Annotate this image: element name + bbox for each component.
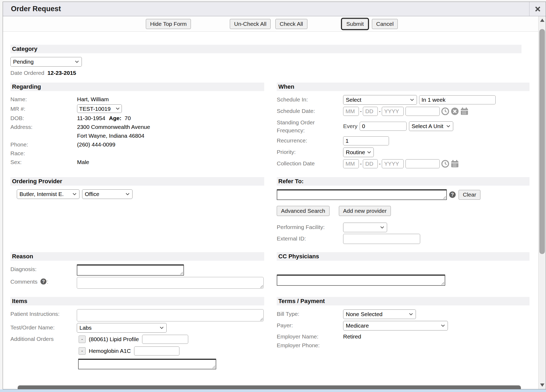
add-new-provider-button[interactable]: Add new provider [339, 206, 391, 216]
collection-date-dd[interactable] [363, 159, 378, 168]
dialog-title: Order Request [3, 5, 61, 13]
cancel-button[interactable]: Cancel [372, 19, 398, 29]
advanced-search-button[interactable]: Advanced Search [277, 206, 330, 216]
cc-physicians-input[interactable] [277, 275, 445, 286]
phone-row: Phone: (260) 444-0099 [10, 140, 264, 149]
test-order-name-row: Test/Order Name: Labs [10, 323, 264, 333]
collection-date-row: Collection Date - - [277, 159, 529, 169]
schedule-in-select[interactable]: Select [343, 95, 417, 105]
clock-icon[interactable] [441, 107, 449, 115]
labs-panel-header: Labs [18, 386, 521, 389]
category-section-header: Category [10, 45, 521, 53]
external-id-input[interactable] [343, 234, 420, 244]
diagnosis-input[interactable] [77, 264, 184, 276]
ordering-provider-section-header: Ordering Provider [10, 177, 264, 186]
order-qty-input[interactable] [134, 346, 179, 356]
cc-physicians-section: CC Physicians [277, 252, 529, 290]
provider-location-select[interactable]: Office [82, 189, 133, 199]
dob-row: DOB: 11-30-1954 Age: 70 [10, 114, 264, 123]
uncheck-all-button[interactable]: Un-Check All [230, 19, 271, 29]
comments-textarea[interactable] [77, 277, 264, 289]
patient-sex: Male [77, 158, 89, 166]
terms-payment-section-header: Terms / Payment [277, 297, 529, 305]
patient-name: Hart, William [77, 95, 109, 104]
chevron-down-icon [75, 60, 79, 63]
ordering-provider-section: Ordering Provider Butler, Internist E. O… [10, 177, 264, 245]
category-select[interactable]: Pending [10, 57, 82, 67]
form-content: Category Pending Date Ordered 12-23-2015… [3, 32, 538, 389]
resize-grip-icon [441, 282, 444, 285]
payer-select[interactable]: Medicare [343, 321, 448, 330]
page-behind-dialog [0, 389, 546, 392]
resize-grip-icon [260, 318, 263, 321]
patient-dob: 11-30-1954 Age: 70 [77, 114, 131, 123]
close-button[interactable] [529, 2, 546, 16]
unit-select[interactable]: Select A Unit [409, 121, 453, 131]
resize-grip-icon [212, 365, 215, 369]
chevron-down-icon [410, 99, 414, 101]
schedule-date-yyyy[interactable] [382, 107, 404, 116]
patient-name-row: Name: Hart, William [10, 95, 264, 104]
help-icon[interactable] [449, 191, 456, 198]
additional-orders-block: Additional Orders - (80061) Lipid Profil… [10, 334, 264, 369]
add-icon[interactable] [484, 389, 490, 389]
edit-icon[interactable] [496, 389, 502, 389]
remove-order-button[interactable]: - [79, 336, 86, 343]
address-row2: Fort Wayne, Indiana 46804 [10, 131, 264, 140]
order-qty-input[interactable] [142, 335, 188, 344]
resize-grip-icon [180, 272, 183, 275]
delete-icon[interactable] [509, 389, 515, 389]
comments-row: Comments : [10, 277, 264, 289]
help-icon[interactable] [40, 278, 47, 285]
ordering-provider-select[interactable]: Butler, Internist E. [17, 189, 79, 199]
check-all-button[interactable]: Check All [275, 19, 307, 29]
calendar-icon[interactable] [460, 107, 468, 115]
recurrence-input[interactable] [343, 136, 389, 145]
clear-button[interactable]: Clear [459, 190, 480, 200]
screen: Order Request Hide Top Form Un-Check All… [0, 0, 546, 392]
schedule-date-dd[interactable] [363, 107, 378, 116]
calendar-icon[interactable] [451, 160, 459, 168]
scrollbar-thumb[interactable] [539, 29, 545, 254]
remove-order-button[interactable]: - [79, 347, 86, 355]
chevron-down-icon [73, 193, 77, 195]
performing-facility-select[interactable] [343, 223, 387, 232]
regarding-section-header: Regarding [10, 83, 264, 91]
patient-instructions-textarea[interactable] [77, 309, 264, 321]
chevron-down-icon [446, 125, 450, 128]
every-input[interactable] [360, 122, 407, 131]
vertical-scrollbar[interactable] [538, 16, 546, 389]
test-order-select[interactable]: Labs [77, 323, 167, 333]
schedule-time-input[interactable] [406, 107, 440, 116]
performing-facility-row: Performing Facility: [277, 222, 529, 232]
reason-section-header: Reason [10, 252, 264, 261]
additional-order-row: - (80061) Lipid Profile [79, 335, 216, 344]
priority-select[interactable]: Routine [343, 148, 374, 157]
resize-grip-icon [260, 285, 263, 288]
patient-address-line1: 2300 Commonwealth Avenue [77, 123, 150, 131]
mr-number-row: MR #: TEST-10019 [10, 104, 264, 114]
additional-order-row: - Hemoglobin A1C [79, 346, 216, 356]
collection-date-yyyy[interactable] [382, 159, 404, 168]
cc-physicians-section-header: CC Physicians [277, 252, 529, 261]
schedule-date-mm[interactable] [343, 107, 359, 116]
bill-type-select[interactable]: None Selected [343, 309, 416, 319]
chevron-down-icon [160, 326, 164, 329]
chevron-down-icon [380, 226, 384, 229]
additional-orders-input[interactable] [78, 359, 216, 369]
clear-date-icon[interactable] [451, 107, 459, 115]
schedule-in-input[interactable] [419, 95, 496, 104]
scroll-up-button[interactable] [539, 16, 546, 24]
collection-date-mm[interactable] [343, 159, 359, 168]
standing-order-row: Standing Order Frequency: Every Select A… [277, 118, 529, 134]
order-name: (80061) Lipid Profile [89, 336, 139, 342]
hide-top-form-button[interactable]: Hide Top Form [146, 19, 191, 29]
mr-number-select[interactable]: TEST-10019 [77, 104, 122, 113]
scroll-down-button[interactable] [539, 381, 546, 389]
collection-time-input[interactable] [406, 159, 440, 168]
external-id-row: External ID: [277, 234, 529, 244]
clock-icon[interactable] [441, 160, 449, 168]
resize-grip-icon [443, 196, 446, 199]
submit-button[interactable]: Submit [342, 19, 368, 29]
refer-to-input[interactable] [277, 189, 447, 200]
